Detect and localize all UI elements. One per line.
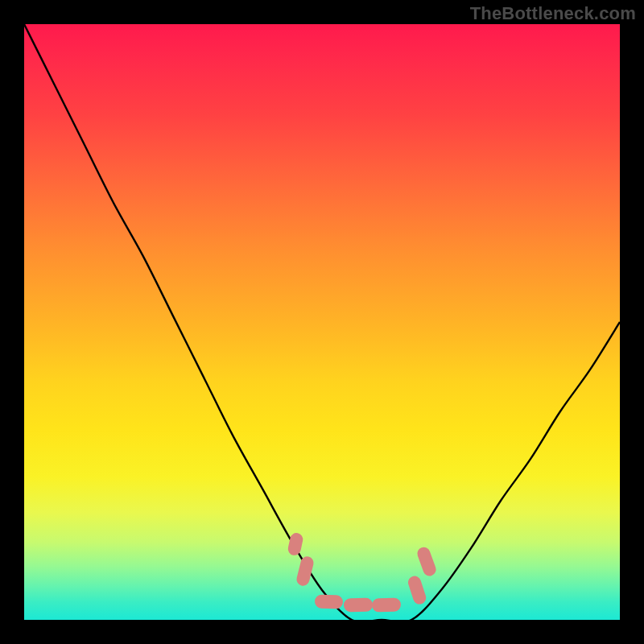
marker-right-bottom	[407, 574, 427, 605]
chart-frame: TheBottleneck.com	[0, 0, 644, 644]
marker-left-top	[287, 532, 304, 557]
plot-area	[24, 24, 620, 620]
marker-left-bottom	[295, 555, 316, 587]
marker-right-top	[415, 545, 438, 577]
marker-bottom-bar-1	[315, 594, 343, 609]
marker-layer	[24, 24, 620, 620]
marker-bottom-bar-2	[343, 598, 372, 613]
watermark-text: TheBottleneck.com	[470, 3, 636, 24]
marker-bottom-bar-3	[372, 597, 401, 612]
